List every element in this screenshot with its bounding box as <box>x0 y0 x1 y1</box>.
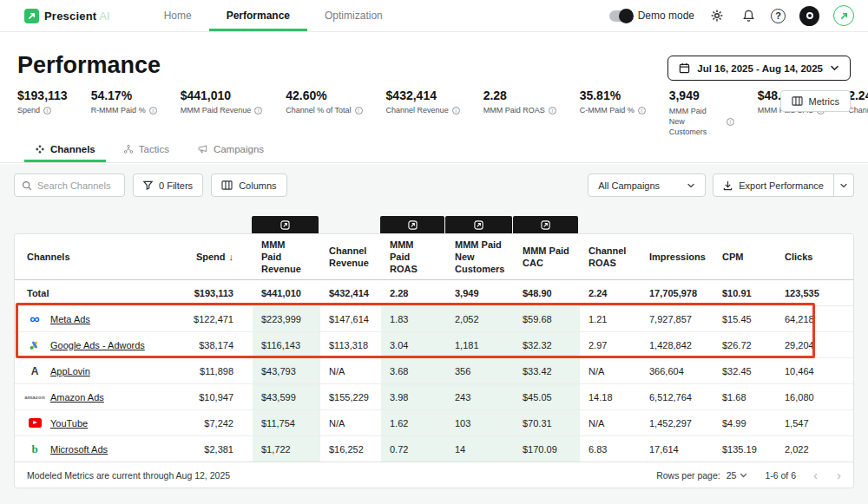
top-navigation-bar: Prescient AI Home Performance Optimizati… <box>0 0 868 32</box>
info-icon[interactable] <box>254 107 262 115</box>
channel-link[interactable]: Meta Ads <box>50 314 90 324</box>
kpi-mmm-paid-revenue: $441,010 MMM Paid Revenue <box>181 88 263 137</box>
col-mmm-paid-roas[interactable]: MMM Paid ROAS <box>381 234 446 279</box>
demo-mode-control: Demo mode <box>609 10 694 22</box>
table-row-meta-ads[interactable]: ∞Meta Ads $122,471 $223,999 $147,614 1.8… <box>15 305 853 331</box>
rows-per-page-label: Rows per page: <box>656 470 720 481</box>
col-channel-revenue[interactable]: Channel Revenue <box>320 234 381 279</box>
col-clicks[interactable]: Clicks <box>776 234 825 279</box>
user-avatar[interactable] <box>799 6 819 26</box>
kpi-cmmm-paid-pct: 35.81% C-MMM Paid % <box>580 88 646 137</box>
sort-desc-icon <box>229 251 234 263</box>
prescient-logo[interactable]: Prescient AI <box>24 9 110 23</box>
channel-link[interactable]: Amazon Ads <box>50 392 104 403</box>
help-icon[interactable]: ? <box>771 9 786 23</box>
tab-channels[interactable]: Channels <box>24 139 106 162</box>
kpi-summary-row: $193,113 Spend 54.17% R-MMM Paid % $441,… <box>17 88 768 137</box>
demo-mode-toggle[interactable] <box>609 10 632 22</box>
applovin-icon: A <box>27 365 43 377</box>
export-split-button: Export Performance <box>713 173 854 197</box>
info-icon[interactable] <box>549 107 556 115</box>
toolbar-right: All Campaigns Export Performance <box>588 173 854 197</box>
page-title: Performance <box>17 52 161 79</box>
modeled-metrics-note: Modeled Metrics are current through Aug … <box>27 470 230 481</box>
view-tabs: Channels Tactics Campaigns <box>0 139 868 163</box>
notifications-bell-icon[interactable] <box>740 7 757 24</box>
toggle-knob <box>619 9 634 23</box>
channel-link[interactable]: Google Ads - Adwords <box>50 340 145 350</box>
export-performance-button[interactable]: Export Performance <box>713 173 834 197</box>
table-row-youtube[interactable]: YouTube $7,242 $11,754 N/A 1.62 103 $70.… <box>15 409 853 435</box>
table-row-google-ads[interactable]: Google Ads - Adwords $38,174 $116,143 $1… <box>15 331 853 357</box>
nav-item-performance[interactable]: Performance <box>209 0 307 31</box>
modeled-column-tab <box>380 216 444 233</box>
rows-per-page-select[interactable]: 25 <box>727 470 748 481</box>
table-row-microsoft-ads[interactable]: bMicrosoft Ads $2,381 $1,722 $16,252 0.7… <box>15 435 853 461</box>
kpi-rmmm-paid-pct: 54.17% R-MMM Paid % <box>91 88 157 137</box>
kpi-mmm-paid-roas: 2.28 MMM Paid ROAS <box>483 88 556 137</box>
tab-campaigns[interactable]: Campaigns <box>187 139 274 162</box>
col-channels[interactable]: Channels <box>15 234 181 279</box>
chevron-down-icon <box>839 183 848 188</box>
settings-gear-icon[interactable] <box>708 7 726 24</box>
kpi-spend: $193,113 Spend <box>17 88 68 137</box>
modeled-column-tab <box>252 216 319 233</box>
metrics-button[interactable]: Metrics <box>780 90 851 112</box>
previous-page-button[interactable]: ‹ <box>813 468 818 481</box>
channel-link[interactable]: Microsoft Ads <box>50 444 108 455</box>
download-icon <box>723 180 733 191</box>
chevron-down-icon <box>830 65 839 71</box>
pagination-controls: Rows per page: 25 1-6 of 6 ‹ › <box>656 468 841 481</box>
kpi-mmm-paid-new-customers: 3,949 MMM Paid New Customers <box>669 88 734 137</box>
tactics-icon <box>123 144 134 154</box>
campaign-filter-select[interactable]: All Campaigns <box>588 173 706 197</box>
demo-mode-label: Demo mode <box>638 10 694 22</box>
topbar-actions: Demo mode ? <box>609 5 868 26</box>
col-impressions[interactable]: Impressions <box>641 234 713 279</box>
filters-button[interactable]: 0 Filters <box>133 173 203 197</box>
table-toolbar: 0 Filters Columns All Campaigns Export P… <box>14 173 854 197</box>
prescient-logo-icon <box>541 220 550 230</box>
channel-link[interactable]: YouTube <box>50 418 88 429</box>
info-icon[interactable] <box>43 107 51 115</box>
info-icon[interactable] <box>355 107 363 115</box>
date-range-value: Jul 16, 2025 - Aug 14, 2025 <box>697 63 823 74</box>
calendar-icon <box>679 62 690 74</box>
table-row-amazon-ads[interactable]: amazonAmazon Ads $10,947 $43,599 $155,22… <box>15 383 853 409</box>
prescient-logo-icon <box>280 220 290 230</box>
nav-item-optimization[interactable]: Optimization <box>307 0 400 31</box>
table-row-applovin[interactable]: AAppLovin $11,898 $43,793 N/A 3.68 356 $… <box>15 357 853 383</box>
prescient-account-icon[interactable] <box>833 5 854 26</box>
table-footer: Modeled Metrics are current through Aug … <box>15 461 853 488</box>
prescient-logo-icon <box>474 220 483 230</box>
youtube-icon <box>27 418 43 428</box>
meta-ads-icon: ∞ <box>27 312 43 326</box>
avatar-glyph <box>806 12 813 19</box>
filter-funnel-icon <box>143 180 153 190</box>
chevron-down-icon <box>740 473 747 478</box>
tab-tactics[interactable]: Tactics <box>113 139 180 162</box>
channel-link[interactable]: AppLovin <box>50 366 90 376</box>
col-channel-roas[interactable]: Channel ROAS <box>580 234 641 279</box>
columns-button[interactable]: Columns <box>211 173 286 197</box>
search-channels-input[interactable] <box>37 180 115 191</box>
modeled-column-tab <box>513 216 578 233</box>
info-icon[interactable] <box>638 107 646 115</box>
next-page-button[interactable]: › <box>837 468 841 481</box>
info-icon[interactable] <box>149 107 157 115</box>
col-spend[interactable]: Spend <box>181 234 253 279</box>
col-mmm-paid-revenue[interactable]: MMM Paid Revenue <box>253 234 320 279</box>
info-icon[interactable] <box>727 118 734 126</box>
export-options-button[interactable] <box>834 173 854 197</box>
col-mmm-paid-cac[interactable]: MMM Paid CAC <box>514 234 580 279</box>
col-cpm[interactable]: CPM <box>713 234 776 279</box>
modeled-column-tab <box>445 216 512 233</box>
brand-suffix: AI <box>99 10 109 23</box>
date-range-picker[interactable]: Jul 16, 2025 - Aug 14, 2025 <box>667 56 851 81</box>
info-icon[interactable] <box>452 107 460 115</box>
col-mmm-paid-new-customers[interactable]: MMM Paid New Customers <box>446 234 514 279</box>
nav-item-home[interactable]: Home <box>147 0 209 31</box>
prescient-logo-icon <box>24 9 39 23</box>
google-ads-icon <box>27 339 43 350</box>
table-body: ∞Meta Ads $122,471 $223,999 $147,614 1.8… <box>15 305 853 461</box>
